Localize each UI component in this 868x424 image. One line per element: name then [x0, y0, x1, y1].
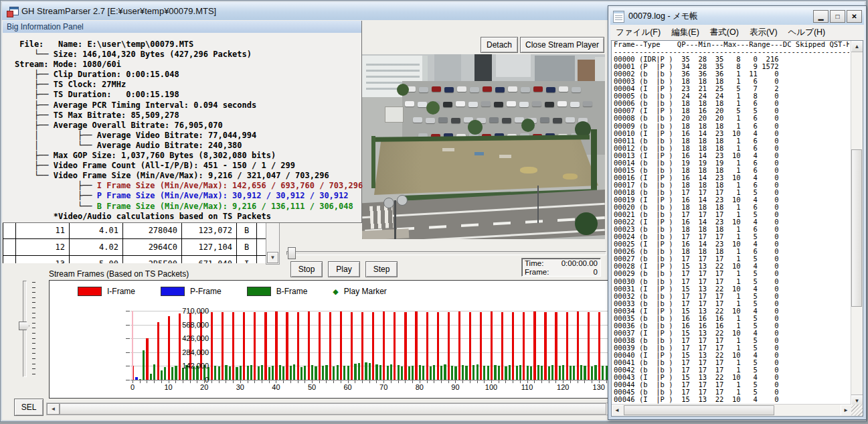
- play-position-line: [132, 311, 133, 380]
- b-frame-bar: [171, 367, 173, 380]
- table-row[interactable]: 124.022964C0127,104B: [3, 239, 266, 256]
- notepad-vscroll-thumb[interactable]: [851, 149, 862, 307]
- x-tick: [211, 380, 212, 383]
- b-frame-bar: [451, 366, 453, 380]
- notepad-hscroll-thumb[interactable]: [624, 405, 774, 415]
- menu-item[interactable]: 書式(O): [705, 27, 744, 38]
- seek-slider-thumb[interactable]: [288, 247, 296, 259]
- b-frame-bar: [343, 366, 345, 380]
- x-tick: [147, 380, 147, 383]
- table-cell: 12: [16, 239, 70, 255]
- play-button[interactable]: Play: [328, 261, 360, 277]
- notepad-vscrollbar[interactable]: ▲ ▼: [851, 41, 863, 406]
- x-axis-label: 60: [343, 383, 351, 391]
- x-tick: [441, 380, 442, 383]
- scroll-left-icon[interactable]: ◄: [47, 403, 60, 415]
- step-button[interactable]: Step: [365, 261, 398, 277]
- chart-hscrollbar-thumb[interactable]: [60, 403, 606, 415]
- x-tick: [578, 380, 578, 383]
- scroll-down-icon[interactable]: ▼: [267, 252, 278, 263]
- car: [533, 86, 543, 92]
- notepad-menu-bar: ファイル(F)編集(E)書式(O)表示(V)ヘルプ(H): [610, 25, 864, 41]
- legend-swatch: [247, 287, 271, 296]
- notepad-title-bar[interactable]: 00079.log - メモ帳 ▁ □ ✕: [610, 8, 864, 25]
- photo-signpole: [537, 186, 539, 223]
- i-frame-bar: [512, 312, 514, 380]
- b-frame-bar: [516, 366, 518, 380]
- log-text[interactable]: Frame--Type QP---Min---Max---Range---DC …: [614, 41, 849, 405]
- car: [572, 87, 581, 92]
- b-frame-bar: [387, 366, 389, 380]
- x-tick: [434, 380, 434, 383]
- x-tick: [362, 380, 363, 383]
- b-frame-bar: [258, 366, 260, 380]
- table-row[interactable]: 114.01278040123,072B: [3, 222, 266, 239]
- b-frame-bar: [594, 365, 596, 380]
- car: [508, 86, 517, 92]
- photo-streetlight-lamp: [397, 195, 408, 206]
- i-frame-bar: [286, 312, 288, 380]
- slider-tick: [32, 292, 35, 293]
- x-tick: [499, 380, 499, 383]
- car: [545, 102, 554, 107]
- b-frame-bar: [498, 366, 500, 380]
- info-line: └── Video Frame Size (Min/Ave/Max): 9,21…: [15, 171, 361, 181]
- scroll-left-icon[interactable]: ◄: [612, 405, 622, 415]
- photo-sand-patch: [563, 173, 578, 180]
- notepad-text-area[interactable]: Frame--Type QP---Min---Max---Range---DC …: [611, 40, 863, 417]
- detach-button[interactable]: Detach: [481, 37, 518, 53]
- p-frame-bar: [135, 377, 137, 380]
- stop-button[interactable]: Stop: [290, 261, 323, 277]
- app-icon: [7, 7, 17, 16]
- b-frame-bar: [272, 366, 274, 380]
- notepad-hscrollbar[interactable]: ◄ ►: [612, 404, 851, 416]
- sel-button[interactable]: SEL: [14, 399, 44, 416]
- i-frame-bar: [211, 312, 213, 380]
- b-frame-bar: [602, 366, 604, 380]
- b-frame-bar: [570, 366, 572, 380]
- scroll-up-icon[interactable]: ▲: [851, 41, 863, 52]
- x-tick: [541, 380, 542, 383]
- b-frame-bar: [433, 365, 435, 380]
- resize-grip[interactable]: [851, 405, 863, 416]
- frame-table-scrollbar[interactable]: ▼: [266, 222, 280, 265]
- maximize-icon[interactable]: □: [830, 10, 845, 23]
- close-stream-player-button[interactable]: Close Stream Player: [520, 37, 604, 53]
- menu-item[interactable]: ヘルプ(H): [783, 27, 831, 38]
- frame-table[interactable]: 114.01278040123,072B124.022964C0127,104B…: [3, 222, 266, 263]
- photo-bench: [499, 155, 511, 158]
- scroll-right-icon[interactable]: ►: [841, 405, 851, 415]
- x-axis-label: 100: [485, 383, 497, 391]
- x-tick: [319, 380, 320, 383]
- menu-item[interactable]: 編集(E): [666, 27, 705, 38]
- car: [413, 117, 422, 123]
- photo-tree: [397, 84, 409, 96]
- table-cell: 4.02: [70, 239, 123, 255]
- slider-tick: [32, 333, 35, 334]
- menu-item[interactable]: ファイル(F): [610, 27, 666, 38]
- y-tick: [126, 338, 130, 339]
- i-frame-bar: [146, 338, 148, 380]
- b-frame-bar: [375, 364, 377, 380]
- photo-building: [434, 54, 461, 81]
- i-frame-bar: [157, 322, 159, 380]
- b-frame-bar: [390, 364, 392, 380]
- i-frame-bar: [544, 312, 546, 380]
- panel-header[interactable]: Big Information Panel: [3, 21, 361, 33]
- slider-tick: [32, 374, 35, 374]
- x-tick: [290, 380, 291, 383]
- menu-item[interactable]: 表示(V): [744, 27, 783, 38]
- car: [438, 117, 448, 123]
- chart-title: Stream Frames (Based on TS Packets): [49, 269, 189, 279]
- i-frame-bar: [243, 312, 245, 380]
- b-frame-bar: [150, 374, 152, 380]
- close-icon[interactable]: ✕: [847, 10, 862, 23]
- table-row[interactable]: 135.002B5E00671,040I: [3, 256, 266, 263]
- seek-slider-track[interactable]: [286, 251, 606, 255]
- x-axis-label: 110: [521, 383, 533, 391]
- i-frame-bar: [340, 311, 342, 380]
- minimize-icon[interactable]: ▁: [813, 10, 829, 23]
- b-frame-bar: [315, 366, 317, 380]
- zoom-slider-thumb[interactable]: [19, 322, 29, 330]
- x-axis-label: 20: [200, 383, 208, 391]
